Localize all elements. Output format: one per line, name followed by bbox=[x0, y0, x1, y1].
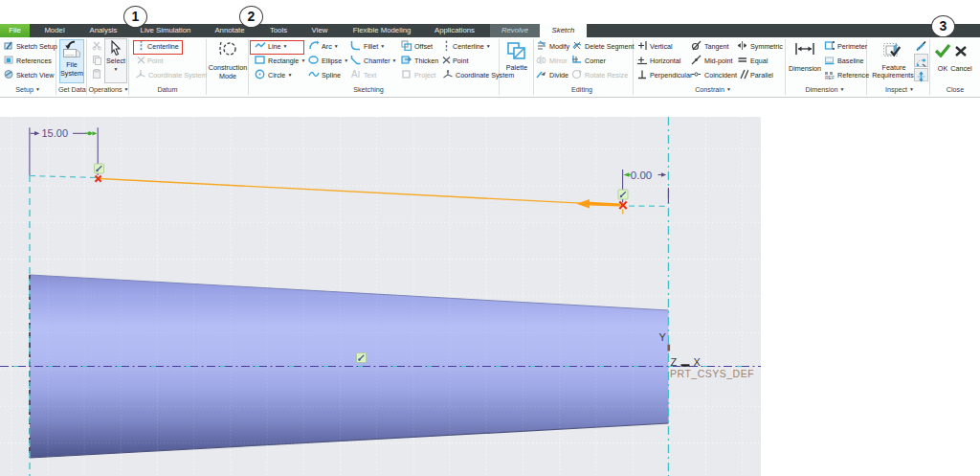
svg-text:A: A bbox=[351, 69, 358, 79]
svg-text:0.00: 0.00 bbox=[631, 170, 652, 181]
svg-text:PRT_CSYS_DEF: PRT_CSYS_DEF bbox=[670, 368, 754, 379]
svg-text:Z: Z bbox=[671, 356, 678, 368]
svg-text:Y: Y bbox=[659, 331, 667, 343]
svg-text:REF: REF bbox=[825, 75, 835, 80]
svg-text:X: X bbox=[694, 356, 702, 368]
svg-text:15.00: 15.00 bbox=[42, 127, 69, 139]
